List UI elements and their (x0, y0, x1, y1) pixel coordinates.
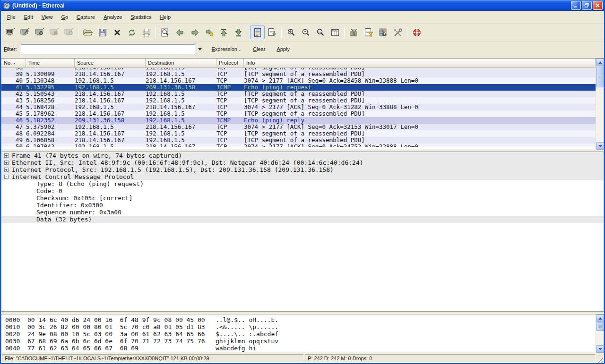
menu-analyze[interactable]: Analyze (99, 12, 126, 22)
stop-capture-button[interactable] (47, 25, 61, 39)
column-header-protocol[interactable]: Protocol (216, 59, 244, 68)
packet-row-partial[interactable]: 50 6.107043 192.168.1.5 218.14.156.167 T… (1, 144, 596, 147)
menu-statistics[interactable]: Statistics (126, 12, 156, 22)
coloring-rules-button[interactable] (376, 25, 390, 39)
column-header-time[interactable]: Time (26, 59, 75, 68)
open-file-icon (83, 28, 93, 37)
scroll-down-icon[interactable] (596, 345, 604, 353)
start-capture-button[interactable] (32, 25, 47, 39)
collapse-icon[interactable]: - (4, 175, 9, 179)
go-back-button[interactable] (173, 25, 187, 39)
close-button[interactable] (593, 1, 603, 10)
clear-button[interactable]: Clear (249, 44, 269, 54)
packet-list-scrollbar[interactable] (596, 59, 604, 150)
zoom-in-button[interactable] (284, 25, 298, 39)
hex-row[interactable]: 0000 00 14 6c 40 d6 24 00 16 6f 48 9f 9c… (1, 316, 596, 323)
filter-input[interactable] (21, 44, 195, 54)
apply-button[interactable]: Apply (273, 44, 294, 54)
scrollbar-thumb[interactable] (596, 322, 604, 331)
go-to-last-button[interactable] (231, 25, 246, 39)
list-interfaces-button[interactable] (3, 25, 17, 39)
column-header-info[interactable]: Info (244, 59, 596, 68)
capture-filter-button[interactable] (346, 25, 361, 39)
column-header-destination[interactable]: Destination (146, 59, 216, 68)
cell-source: 192.168.1.5 (75, 104, 146, 110)
find-packet-button[interactable] (158, 25, 173, 39)
detail-row-checksum[interactable]: Checksum: 0x105c [correct] (1, 195, 604, 202)
expand-icon[interactable]: + (4, 153, 9, 158)
go-to-first-button[interactable] (216, 25, 231, 39)
scrollbar-thumb[interactable] (596, 67, 604, 87)
menu-edit[interactable]: Edit (20, 12, 37, 22)
resize-columns-icon (330, 28, 340, 37)
column-header-no[interactable]: No. ▾ (1, 59, 26, 68)
column-header-source[interactable]: Source (75, 59, 146, 68)
hex-row[interactable]: 0040 77 61 62 63 64 65 66 67 68 69 wabcd… (1, 345, 596, 352)
restart-capture-button[interactable] (61, 25, 76, 39)
sort-indicator-icon: ▾ (13, 61, 15, 66)
hex-row[interactable]: 0020 24 9e 08 00 10 5c 03 00 3a 00 61 62… (1, 330, 596, 338)
packet-row[interactable]: 49 6.106858 218.14.156.167 192.168.1.5 T… (1, 137, 596, 144)
open-file-button[interactable] (80, 25, 95, 39)
zoom-out-icon (301, 28, 311, 37)
hex-pane-scrollbar[interactable] (596, 314, 604, 353)
display-filter-button[interactable] (361, 25, 376, 39)
zoom-normal-button[interactable]: 1:1 (313, 25, 328, 39)
detail-row-frame[interactable]: + Frame 41 (74 bytes on wire, 74 bytes c… (1, 152, 604, 159)
packet-row[interactable]: 39 5.130099 218.14.156.167 192.168.1.5 T… (1, 71, 596, 77)
preferences-button[interactable] (390, 25, 405, 39)
help-button[interactable] (409, 25, 424, 39)
resize-grip[interactable] (597, 356, 603, 363)
detail-row-code[interactable]: Code: 0 (1, 187, 604, 195)
packet-row[interactable]: 44 5.168428 192.168.1.5 218.14.156.167 T… (1, 104, 596, 110)
restore-button[interactable] (582, 1, 592, 10)
detail-row-sequence[interactable]: Sequence number: 0x3a00 (1, 209, 604, 216)
detail-text: Frame 41 (74 bytes on wire, 74 bytes cap… (1, 152, 604, 159)
auto-scroll-button[interactable] (265, 25, 279, 39)
capture-options-button[interactable] (17, 25, 32, 39)
menu-view[interactable]: View (37, 12, 57, 22)
packet-row[interactable]: 47 5.375902 192.168.1.5 218.14.156.167 T… (1, 124, 596, 130)
packet-row[interactable]: 48 6.092284 218.14.156.167 192.168.1.5 T… (1, 130, 596, 137)
detail-row-identifier[interactable]: Identifier: 0x0300 (1, 202, 604, 209)
detail-row-icmp[interactable]: - Internet Control Message Protocol (1, 173, 604, 180)
menu-capture[interactable]: Capture (72, 12, 99, 22)
print-button[interactable] (139, 25, 154, 39)
scroll-up-icon[interactable] (596, 314, 604, 322)
chevron-down-icon (198, 48, 202, 51)
cell-protocol: TCP (216, 91, 244, 97)
packet-row[interactable]: 46 5.182352 209.131.36.158 192.168.1.5 I… (1, 117, 596, 124)
expression-button[interactable]: Expression... (208, 44, 246, 54)
packet-row[interactable]: 43 5.168256 218.14.156.167 192.168.1.5 T… (1, 97, 596, 104)
save-file-button[interactable] (95, 25, 110, 39)
detail-row-type[interactable]: Type: 8 (Echo (ping) request) (1, 180, 604, 187)
scroll-down-icon[interactable] (596, 142, 604, 150)
detail-text: Identifier: 0x0300 (1, 202, 604, 209)
packet-row[interactable]: 45 5.178962 218.14.156.167 192.168.1.5 T… (1, 110, 596, 117)
close-file-button[interactable] (110, 25, 124, 39)
go-forward-button[interactable] (187, 25, 202, 39)
expand-icon[interactable]: + (4, 168, 9, 172)
packet-row[interactable]: 40 5.130348 192.168.1.5 218.14.156.167 T… (1, 77, 596, 84)
menu-help[interactable]: Help (156, 12, 175, 22)
hex-row[interactable]: 0030 67 68 69 6a 6b 6c 6d 6e 6f 70 71 72… (1, 338, 596, 345)
go-to-packet-button[interactable] (202, 25, 216, 39)
resize-columns-button[interactable] (328, 25, 342, 39)
minimize-button[interactable] (571, 1, 581, 10)
filter-dropdown-button[interactable] (196, 44, 204, 54)
colorize-button[interactable] (250, 25, 265, 39)
menu-go[interactable]: Go (57, 12, 72, 22)
expand-icon[interactable]: + (4, 161, 9, 165)
reload-file-button[interactable] (124, 25, 139, 39)
detail-row-ethernet[interactable]: + Ethernet II, Src: Intel_48:9f:9c (00:1… (1, 159, 604, 166)
menu-file[interactable]: File (3, 12, 20, 22)
packet-row[interactable]: 42 5.150543 218.14.156.167 192.168.1.5 T… (1, 91, 596, 97)
scroll-up-icon[interactable] (596, 59, 604, 66)
hex-row[interactable]: 0010 00 3c 26 82 00 00 80 01 5c 70 c0 a8… (1, 323, 596, 330)
detail-row-ip[interactable]: + Internet Protocol, Src: 192.168.1.5 (1… (1, 166, 604, 173)
packet-row-selected[interactable]: 41 5.132295 192.168.1.5 209.131.36.158 I… (1, 84, 596, 91)
cell-source: 218.14.156.167 (75, 130, 146, 137)
cell-destination: 218.14.156.167 (146, 104, 216, 110)
detail-row-data[interactable]: Data (32 bytes) (1, 216, 604, 223)
zoom-out-button[interactable] (298, 25, 313, 39)
